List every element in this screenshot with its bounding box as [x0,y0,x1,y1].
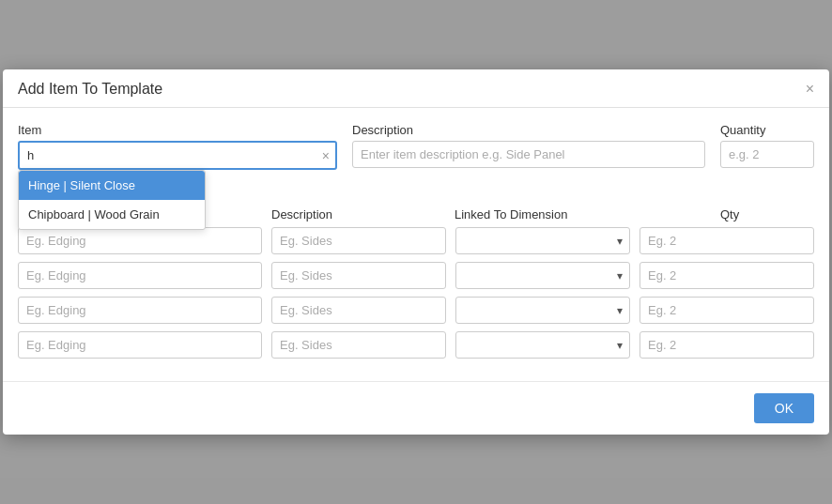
linked-row2-desc-input[interactable] [271,262,446,289]
linked-row4-desc-input[interactable] [271,331,446,359]
linked-row3-item-input[interactable] [18,297,262,324]
item-dropdown: Hinge | Silent Close Chipboard | Wood Gr… [18,170,206,230]
dropdown-item-hinge[interactable]: Hinge | Silent Close [19,171,205,200]
linked-dim-col-header: Linked To Dimension [455,207,711,221]
linked-row3-desc-input[interactable] [271,297,446,324]
top-fields-row: Item × Hinge | Silent Close Chipboard | … [18,123,814,170]
description-field-group: Description [352,123,705,168]
linked-row3-dim-wrapper: ▾ [455,297,630,324]
item-field-group: Item × Hinge | Silent Close Chipboard | … [18,123,337,170]
linked-row4-item-input[interactable] [18,331,262,359]
linked-row3-qty-input[interactable] [639,297,814,324]
linked-row1-qty-input[interactable] [639,227,814,254]
item-input-wrapper: × [18,141,337,170]
item-input[interactable] [18,141,337,170]
ok-button[interactable]: OK [754,393,814,423]
modal-footer: OK [3,381,829,435]
description-label: Description [352,123,705,137]
linked-row1-item-input[interactable] [18,227,262,254]
linked-row2-item-input[interactable] [18,262,262,289]
modal-overlay: Add Item To Template × Item × Hinge | [0,0,832,504]
modal-header: Add Item To Template × [3,69,829,108]
linked-qty-col-header: Qty [720,207,814,221]
item-clear-button[interactable]: × [322,149,330,162]
linked-row1-desc-input[interactable] [271,227,446,254]
modal-title: Add Item To Template [18,81,162,98]
add-item-modal: Add Item To Template × Item × Hinge | [3,69,829,435]
item-label: Item [18,123,337,137]
linked-desc-col-header: Description [271,207,445,221]
linked-row3-dim-select[interactable] [455,297,630,324]
linked-row4-qty-input[interactable] [639,331,814,359]
linked-row1-dim-select[interactable] [455,227,630,254]
linked-row4-dim-select[interactable] [455,331,630,359]
linked-items-row: ▾ [18,227,814,254]
close-button[interactable]: × [806,82,814,97]
quantity-label: Quantity [720,123,814,137]
quantity-field-group: Quantity [720,123,814,168]
modal-body: Item × Hinge | Silent Close Chipboard | … [3,108,829,381]
linked-row2-dim-select[interactable] [455,262,630,289]
linked-items-row: ▾ [18,331,814,359]
linked-row2-dim-wrapper: ▾ [455,262,630,289]
quantity-input[interactable] [720,141,814,168]
dropdown-item-chipboard[interactable]: Chipboard | Wood Grain [19,200,205,229]
linked-row2-qty-input[interactable] [639,262,814,289]
description-input[interactable] [352,141,705,168]
linked-row1-dim-wrapper: ▾ [455,227,630,254]
linked-row4-dim-wrapper: ▾ [455,331,630,359]
linked-items-row: ▾ [18,297,814,324]
linked-items-row: ▾ [18,262,814,289]
